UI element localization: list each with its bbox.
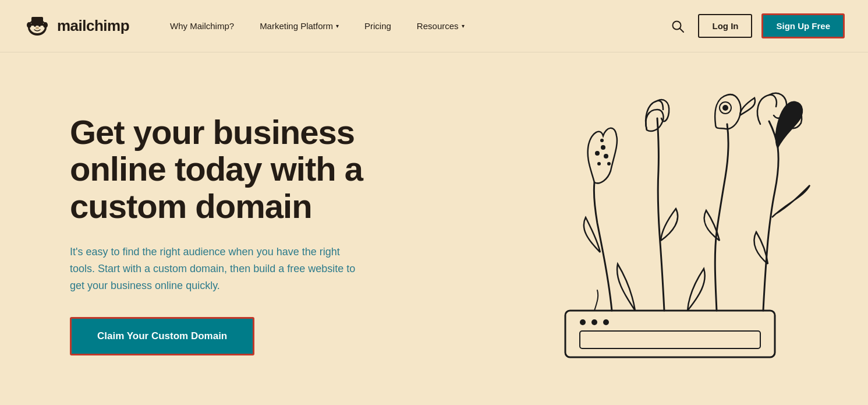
svg-rect-15 — [580, 331, 760, 348]
svg-point-17 — [601, 145, 605, 150]
chevron-down-icon: ▾ — [462, 23, 465, 29]
nav-why-mailchimp[interactable]: Why Mailchimp? — [157, 16, 247, 36]
nav-pricing[interactable]: Pricing — [352, 16, 404, 36]
navbar: mailchimp Why Mailchimp? Marketing Platf… — [0, 0, 868, 52]
svg-rect-8 — [30, 24, 45, 26]
nav-actions: Log In Sign Up Free — [667, 13, 845, 38]
search-button[interactable] — [667, 15, 689, 37]
logo[interactable]: mailchimp — [23, 12, 129, 40]
svg-point-4 — [36, 27, 39, 29]
svg-point-13 — [591, 319, 597, 325]
hero-subtitle: It's easy to find the right audience whe… — [70, 244, 361, 294]
svg-point-21 — [600, 139, 604, 142]
hero-section: Get your business online today with a cu… — [0, 52, 868, 405]
svg-point-12 — [580, 319, 586, 325]
svg-point-14 — [603, 319, 609, 325]
svg-point-20 — [607, 162, 611, 165]
login-button[interactable]: Log In — [698, 14, 752, 38]
svg-point-18 — [604, 154, 608, 159]
flower-illustration — [507, 78, 833, 381]
svg-point-19 — [597, 162, 601, 165]
hero-illustration — [507, 78, 833, 381]
brand-name: mailchimp — [57, 17, 129, 35]
svg-rect-11 — [565, 311, 775, 357]
chevron-down-icon: ▾ — [336, 23, 339, 29]
mailchimp-logo-icon — [23, 12, 51, 40]
signup-button[interactable]: Sign Up Free — [761, 13, 845, 38]
hero-content: Get your business online today with a cu… — [70, 114, 419, 356]
svg-line-10 — [680, 29, 683, 32]
svg-point-16 — [595, 151, 600, 156]
svg-rect-7 — [31, 17, 43, 25]
nav-marketing-platform[interactable]: Marketing Platform ▾ — [247, 16, 352, 36]
nav-resources[interactable]: Resources ▾ — [404, 16, 477, 36]
hero-title: Get your business online today with a cu… — [70, 114, 419, 225]
svg-point-23 — [722, 105, 728, 111]
search-icon — [671, 20, 684, 33]
claim-domain-button[interactable]: Claim Your Custom Domain — [70, 317, 254, 355]
nav-links: Why Mailchimp? Marketing Platform ▾ Pric… — [157, 16, 667, 36]
